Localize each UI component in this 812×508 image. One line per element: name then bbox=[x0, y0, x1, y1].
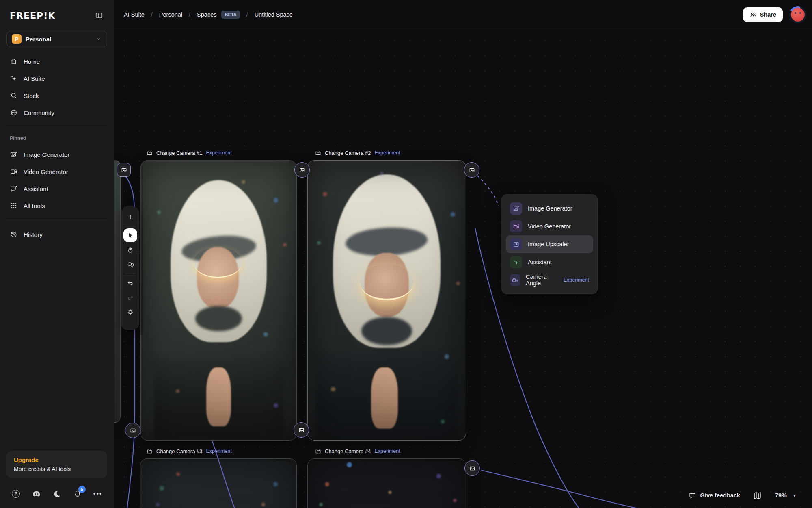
experiment-badge: Experiment bbox=[374, 150, 400, 156]
node-card-3[interactable] bbox=[140, 458, 297, 508]
settings-button[interactable] bbox=[123, 305, 137, 319]
help-icon: ? bbox=[12, 490, 20, 498]
beta-badge: BETA bbox=[221, 11, 240, 19]
menu-item-label: Assistant bbox=[528, 259, 552, 265]
undo-icon bbox=[127, 279, 134, 287]
node-card-4[interactable] bbox=[307, 458, 466, 508]
folder-icon bbox=[147, 448, 153, 454]
zoom-level: 79% bbox=[775, 492, 787, 499]
pinned-heading: Pinned bbox=[0, 131, 114, 144]
zoom-control[interactable]: 79% ▾ bbox=[775, 492, 796, 499]
experiment-badge: Experiment bbox=[374, 448, 400, 454]
user-avatar[interactable] bbox=[789, 6, 806, 23]
folder-icon bbox=[315, 150, 321, 156]
collapse-sidebar-icon[interactable] bbox=[93, 10, 105, 21]
folder-icon bbox=[147, 150, 153, 156]
discord-icon bbox=[32, 489, 41, 499]
node-title: Change Camera #4 bbox=[325, 448, 371, 454]
breadcrumb: AI Suite / Personal / Spaces BETA / Unti… bbox=[124, 11, 293, 19]
image-icon bbox=[298, 427, 304, 433]
node-header[interactable]: Change Camera #2 Experiment bbox=[315, 149, 400, 157]
feedback-label: Give feedback bbox=[700, 492, 740, 499]
chevron-down-icon bbox=[95, 36, 102, 42]
caret-down-icon: ▾ bbox=[793, 493, 796, 498]
add-node-button[interactable] bbox=[123, 210, 137, 224]
spaces-canvas[interactable]: Change Camera #1 Experiment Change Camer… bbox=[114, 0, 812, 508]
pan-tool-button[interactable] bbox=[123, 243, 137, 257]
sidebar-item-image-generator[interactable]: Image Generator bbox=[3, 146, 110, 163]
redo-icon bbox=[127, 294, 134, 301]
cursor-icon bbox=[127, 232, 134, 239]
avatar-image bbox=[791, 8, 805, 22]
image-handle[interactable] bbox=[125, 423, 140, 438]
image-upscaler-icon bbox=[510, 238, 522, 250]
grid-icon bbox=[10, 202, 18, 210]
node-card-2[interactable] bbox=[307, 160, 466, 441]
breadcrumb-ai-suite[interactable]: AI Suite bbox=[124, 11, 145, 18]
menu-item-image-upscaler[interactable]: Image Upscaler bbox=[506, 235, 593, 253]
sidebar-item-home[interactable]: Home bbox=[3, 53, 110, 70]
notification-badge: 5 bbox=[78, 486, 86, 493]
sidebar-item-label: Home bbox=[24, 58, 40, 65]
help-button[interactable]: ? bbox=[11, 488, 21, 499]
breadcrumb-space-title[interactable]: Untitled Space bbox=[255, 11, 293, 18]
node-header[interactable]: Change Camera #1 Experiment bbox=[147, 149, 232, 157]
sidebar-item-label: Community bbox=[24, 109, 54, 116]
undo-button[interactable] bbox=[123, 276, 137, 290]
comments-icon bbox=[127, 261, 134, 268]
node-card-1[interactable] bbox=[140, 160, 297, 441]
sidebar-item-stock[interactable]: Stock bbox=[3, 87, 110, 104]
sidebar-item-assistant[interactable]: Assistant bbox=[3, 180, 110, 197]
menu-item-image-generator[interactable]: Image Generator bbox=[506, 200, 593, 217]
select-tool-button[interactable] bbox=[123, 228, 137, 242]
workspace-selector[interactable]: P Personal bbox=[6, 31, 107, 47]
divider bbox=[6, 219, 107, 219]
menu-item-camera-angle[interactable]: Camera Angle Experiment bbox=[506, 271, 593, 289]
history-nav: History bbox=[0, 224, 114, 243]
comment-tool-button[interactable] bbox=[123, 258, 137, 271]
sidebar-item-all-tools[interactable]: All tools bbox=[3, 197, 110, 214]
folder-icon bbox=[315, 448, 321, 454]
upgrade-card[interactable]: Upgrade More credits & AI tools bbox=[6, 451, 107, 478]
menu-item-label: Image Generator bbox=[528, 205, 572, 212]
image-handle[interactable] bbox=[464, 162, 479, 178]
toolbar-divider bbox=[125, 274, 136, 274]
theme-toggle-button[interactable] bbox=[52, 488, 62, 499]
minimap-button[interactable] bbox=[752, 490, 763, 501]
sidebar-item-history[interactable]: History bbox=[3, 226, 110, 243]
map-icon bbox=[753, 491, 762, 500]
sidebar-item-label: Stock bbox=[24, 92, 39, 99]
sidebar-item-video-generator[interactable]: Video Generator bbox=[3, 163, 110, 180]
notifications-button[interactable]: 5 bbox=[72, 488, 83, 499]
node-header[interactable]: Change Camera #3 Experiment bbox=[147, 447, 232, 455]
sidebar-item-label: AI Suite bbox=[24, 75, 45, 82]
more-button[interactable]: ••• bbox=[93, 488, 103, 499]
image-icon bbox=[130, 428, 136, 434]
image-handle[interactable] bbox=[117, 163, 131, 177]
image-icon bbox=[299, 167, 305, 173]
sidebar-item-ai-suite[interactable]: AI Suite bbox=[3, 70, 110, 87]
give-feedback-button[interactable]: Give feedback bbox=[689, 492, 740, 499]
menu-item-video-generator[interactable]: Video Generator bbox=[506, 217, 593, 235]
sidebar-item-label: All tools bbox=[24, 202, 45, 209]
sidebar-item-community[interactable]: Community bbox=[3, 104, 110, 121]
experiment-badge: Experiment bbox=[564, 277, 589, 283]
share-button[interactable]: Share bbox=[743, 7, 783, 22]
breadcrumb-personal[interactable]: Personal bbox=[159, 11, 182, 18]
image-handle[interactable] bbox=[294, 422, 309, 438]
node-header[interactable]: Change Camera #4 Experiment bbox=[315, 447, 400, 455]
redo-button[interactable] bbox=[123, 291, 137, 304]
assistant-icon bbox=[10, 185, 18, 193]
canvas-toolbar bbox=[121, 206, 139, 330]
image-handle[interactable] bbox=[464, 460, 480, 476]
discord-button[interactable] bbox=[31, 488, 42, 499]
status-bar: Give feedback 79% ▾ bbox=[689, 490, 796, 501]
node-card-partial[interactable] bbox=[114, 160, 121, 423]
sidebar-footer: ? 5 ••• bbox=[0, 484, 114, 508]
image-handle[interactable] bbox=[294, 162, 310, 178]
globe-icon bbox=[10, 109, 18, 117]
menu-item-assistant[interactable]: Assistant bbox=[506, 253, 593, 271]
breadcrumb-separator: / bbox=[246, 11, 248, 18]
breadcrumb-spaces[interactable]: Spaces bbox=[197, 11, 216, 18]
video-generator-icon bbox=[10, 167, 18, 176]
